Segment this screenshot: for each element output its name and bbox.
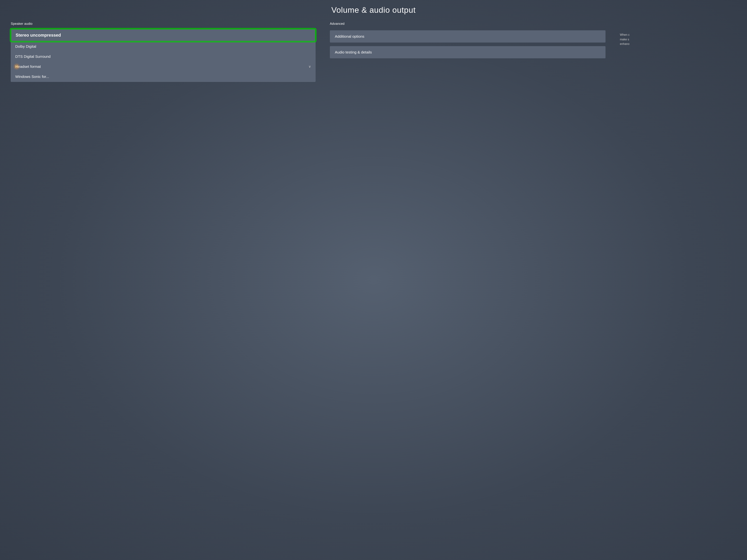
advanced-label: Advanced [330,22,606,26]
dropdown-item-windows-sonic[interactable]: Windows Sonic for... [11,72,315,82]
dropdown-selected-item[interactable]: Stereo uncompressed [11,29,315,42]
far-right-info: When cmake senhano [620,22,736,560]
audio-format-dropdown[interactable]: Stereo uncompressed Dolby Digital DTS Di… [11,29,315,82]
speaker-audio-section: Speaker audio Stereo uncompressed Dolby … [11,22,315,560]
dropdown-item-dolby[interactable]: Dolby Digital [11,42,315,52]
advanced-section: Advanced Additional options Audio testin… [330,22,606,560]
chevron-right-icon: ∨ [309,64,311,69]
page-title: Volume & audio output [0,0,747,18]
dropdown-list: Dolby Digital DTS Digital Surround Heads… [11,42,315,82]
dropdown-item-headset-label: Headset format [15,64,41,69]
dropdown-item-headset[interactable]: Headset format ∨ [11,61,315,72]
audio-testing-details-button[interactable]: Audio testing & details [330,46,606,58]
side-info-text: When cmake senhano [620,32,736,46]
dropdown-item-dts[interactable]: DTS Digital Surround [11,52,315,61]
additional-options-button[interactable]: Additional options [330,30,606,43]
speaker-audio-label: Speaker audio [11,22,315,26]
